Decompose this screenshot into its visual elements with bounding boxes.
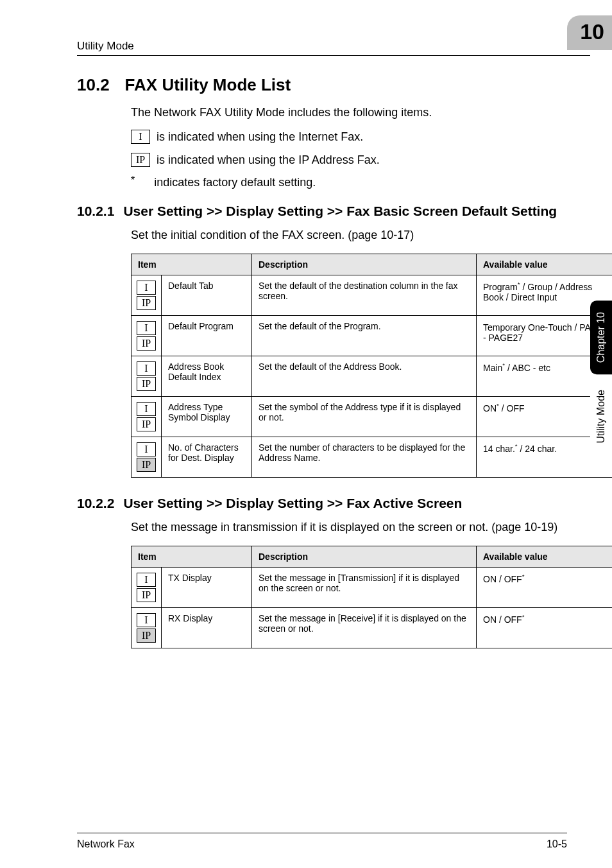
footer-left: Network Fax: [77, 838, 135, 850]
subsection-number: 10.2.1: [77, 204, 114, 219]
table-row: I IP TX Display Set the message in [Tran…: [132, 568, 613, 608]
section-intro: The Network FAX Utility Mode includes th…: [131, 104, 567, 121]
side-tabs: Chapter 10 Utility Mode: [590, 300, 612, 455]
ip-icon: IP: [137, 417, 156, 431]
table-row: I IP No. of Characters for Dest. Display…: [132, 437, 613, 478]
i-icon: I: [137, 613, 156, 627]
subsection-number: 10.2.2: [77, 496, 114, 511]
table-row: I IP Default Program Set the default of …: [132, 316, 613, 356]
item-description: Set the default of the destination colum…: [252, 275, 477, 316]
asterisk-icon: *: [131, 175, 135, 186]
subsection-title: User Setting >> Display Setting >> Fax A…: [123, 496, 462, 511]
chapter-badge: 10: [561, 15, 612, 53]
i-icon: I: [137, 573, 156, 587]
item-description: Set the default of the Program.: [252, 316, 477, 356]
item-name: Default Tab: [162, 275, 252, 316]
item-description: Set the number of characters to be displ…: [252, 437, 477, 478]
i-icon: I: [137, 402, 156, 416]
item-description: Set the symbol of the Address type if it…: [252, 397, 477, 437]
i-icon: I: [137, 281, 156, 295]
section-number: 10.2: [77, 75, 110, 95]
table-row: I IP Address Book Default Index Set the …: [132, 356, 613, 397]
tab-mode: Utility Mode: [590, 378, 612, 455]
col-item: Item: [132, 546, 252, 568]
footer-rule: [77, 833, 567, 833]
tab-chapter: Chapter 10: [590, 300, 612, 374]
subsection-title: User Setting >> Display Setting >> Fax B…: [123, 204, 557, 219]
i-icon: I: [137, 321, 156, 335]
col-item: Item: [132, 254, 252, 275]
item-available: ON / OFF*: [477, 568, 613, 608]
chapter-number: 10: [580, 19, 604, 44]
i-icon: I: [137, 361, 156, 376]
item-description: Set the default of the Address Book.: [252, 356, 477, 397]
subsection-intro: Set the message in transmission if it is…: [131, 519, 567, 535]
item-name: Address Type Symbol Display: [162, 397, 252, 437]
section-title: FAX Utility Mode List: [125, 75, 291, 95]
ip-icon: IP: [137, 377, 156, 391]
legend-ip-fax: IP is indicated when using the IP Addres…: [131, 153, 567, 167]
footer-right: 10-5: [547, 838, 567, 850]
ip-icon: IP: [137, 629, 156, 643]
ip-icon: IP: [137, 336, 156, 351]
item-name: RX Display: [162, 608, 252, 648]
item-description: Set the message in [Receive] if it is di…: [252, 608, 477, 648]
i-icon: I: [131, 130, 150, 144]
legend-default: * indicates factory default setting.: [131, 176, 567, 189]
item-name: Address Book Default Index: [162, 356, 252, 397]
ip-icon: IP: [137, 458, 156, 472]
table-fax-basic-screen: Item Description Available value I IP De…: [131, 254, 612, 478]
item-available: ON / OFF*: [477, 608, 613, 648]
ip-icon: IP: [137, 296, 156, 310]
ip-icon: IP: [131, 153, 150, 167]
item-name: Default Program: [162, 316, 252, 356]
legend-internet-fax: I is indicated when using the Internet F…: [131, 130, 567, 144]
running-head: Utility Mode: [77, 40, 134, 53]
item-description: Set the message in [Transmission] if it …: [252, 568, 477, 608]
item-name: TX Display: [162, 568, 252, 608]
legend-i-text: is indicated when using the Internet Fax…: [157, 130, 363, 144]
table-fax-active-screen: Item Description Available value I IP TX…: [131, 546, 612, 648]
col-available: Available value: [477, 546, 613, 568]
item-name: No. of Characters for Dest. Display: [162, 437, 252, 478]
legend-ip-text: is indicated when using the IP Address F…: [157, 153, 380, 167]
ip-icon: IP: [137, 588, 156, 602]
col-description: Description: [252, 254, 477, 275]
col-available: Available value: [477, 254, 613, 275]
legend-default-text: indicates factory default setting.: [154, 176, 316, 189]
i-icon: I: [137, 442, 156, 456]
table-row: I IP Default Tab Set the default of the …: [132, 275, 613, 316]
col-description: Description: [252, 546, 477, 568]
table-row: I IP Address Type Symbol Display Set the…: [132, 397, 613, 437]
subsection-intro: Set the initial condition of the FAX scr…: [131, 227, 567, 243]
table-row: I IP RX Display Set the message in [Rece…: [132, 608, 613, 648]
